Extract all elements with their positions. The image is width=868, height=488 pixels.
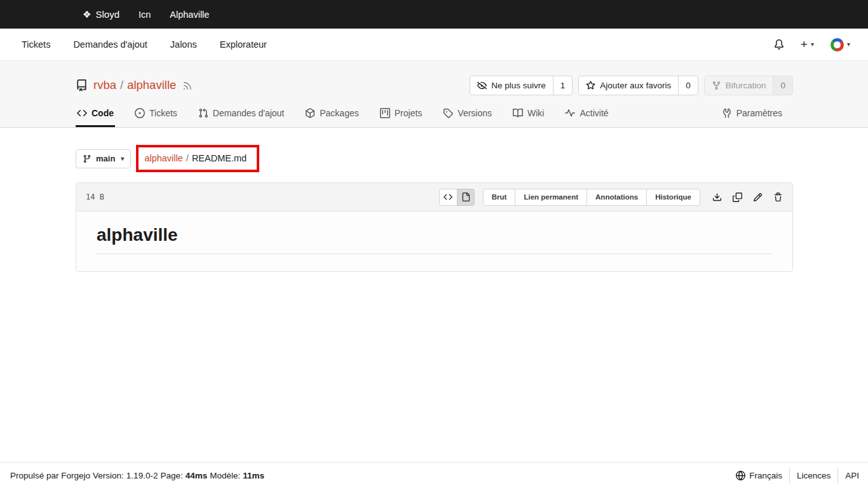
plus-icon: + — [801, 38, 808, 50]
file-controls: Brut Lien permanent Annotations Historiq… — [439, 189, 783, 206]
navbar-links: Tickets Demandes d'ajout Jalons Explorat… — [22, 39, 267, 50]
file-view-box: 14 B Brut Lien permanent Annotations His… — [76, 182, 793, 272]
view-mode-toggle — [439, 189, 475, 206]
source-view-button[interactable] — [439, 189, 457, 206]
tab-projects[interactable]: Projets — [379, 105, 424, 127]
navbar-link-pulls[interactable]: Demandes d'ajout — [73, 39, 147, 50]
chevron-down-icon: ▾ — [847, 41, 850, 48]
forks-count: 0 — [773, 76, 792, 95]
navbar-link-tickets[interactable]: Tickets — [22, 39, 50, 50]
tab-packages[interactable]: Packages — [304, 105, 360, 127]
tab-issues[interactable]: Tickets — [133, 105, 179, 127]
readme-content: alphaville — [76, 212, 792, 271]
language-label: Français — [749, 471, 782, 480]
unwatch-label: Ne plus suivre — [491, 81, 546, 90]
stars-count[interactable]: 0 — [678, 76, 698, 95]
raw-button[interactable]: Brut — [483, 189, 516, 206]
version-label: Version: — [93, 471, 124, 480]
avatar — [831, 38, 844, 51]
branch-breadcrumb-row: main ▾ alphaville / README.md — [76, 145, 793, 172]
footer: Propulsé par Forgejo Version: 1.19.0-2 P… — [0, 462, 868, 488]
book-icon — [513, 108, 523, 118]
file-action-buttons: Brut Lien permanent Annotations Historiq… — [483, 189, 700, 206]
tab-wiki[interactable]: Wiki — [512, 105, 545, 127]
navbar-link-explore[interactable]: Explorateur — [220, 39, 267, 50]
pull-request-icon — [198, 108, 208, 118]
tab-settings[interactable]: Paramètres — [721, 105, 783, 127]
repo-separator: / — [120, 78, 123, 92]
history-button[interactable]: Historique — [647, 189, 700, 206]
star-button[interactable]: Ajouter aux favoris 0 — [578, 76, 698, 95]
project-icon — [380, 108, 390, 118]
sloyd-logo-icon: ❖ — [83, 10, 91, 19]
repo-header-section: rvba / alphaville Ne plus suivre 1 — [0, 61, 868, 128]
page-time: 44ms — [186, 471, 208, 480]
delete-icon[interactable] — [773, 193, 783, 202]
package-icon — [305, 108, 315, 118]
page-label: Page: — [160, 471, 182, 480]
tab-activity[interactable]: Activité — [564, 105, 609, 127]
blame-button[interactable]: Annotations — [587, 189, 647, 206]
chevron-down-icon: ▾ — [811, 41, 814, 48]
tab-code[interactable]: Code — [76, 105, 115, 127]
repo-name-link[interactable]: alphaville — [127, 78, 176, 92]
language-selector[interactable]: Français — [736, 471, 782, 480]
fork-button[interactable]: Bifurcation 0 — [704, 76, 793, 95]
create-new-dropdown[interactable]: + ▾ — [801, 39, 814, 50]
copy-icon[interactable] — [733, 193, 742, 202]
licenses-link[interactable]: Licences — [797, 471, 831, 480]
pulse-icon — [565, 108, 575, 118]
code-icon — [77, 108, 87, 118]
download-icon[interactable] — [712, 193, 722, 202]
file-size: 14 B — [86, 193, 104, 201]
api-link[interactable]: API — [845, 471, 859, 480]
tools-icon — [722, 108, 732, 118]
repo-actions: Ne plus suivre 1 Ajouter aux favoris 0 — [470, 76, 793, 95]
watchers-count[interactable]: 1 — [553, 76, 573, 95]
breadcrumb-separator: / — [186, 153, 189, 163]
top-bar: ❖ Sloyd Icn Alphaville — [0, 0, 868, 29]
powered-by-text: Propulsé par Forgejo — [10, 471, 90, 480]
notifications-button[interactable] — [774, 39, 784, 50]
fork-label: Bifurcation — [726, 81, 766, 90]
issue-icon — [135, 108, 145, 118]
bell-icon — [774, 39, 784, 50]
tab-releases[interactable]: Versions — [442, 105, 493, 127]
code-icon — [444, 193, 452, 201]
topbar-link-alphaville[interactable]: Alphaville — [170, 10, 209, 20]
rss-icon[interactable] — [182, 81, 193, 91]
repo-title-row: rvba / alphaville Ne plus suivre 1 — [76, 73, 793, 97]
fork-icon — [712, 81, 721, 90]
breadcrumb-repo-link[interactable]: alphaville — [144, 153, 182, 163]
footer-info: Propulsé par Forgejo Version: 1.19.0-2 P… — [10, 471, 264, 480]
permalink-button[interactable]: Lien permanent — [515, 189, 587, 206]
star-label: Ajouter aux favoris — [600, 81, 671, 90]
main-navbar: Tickets Demandes d'ajout Jalons Explorat… — [0, 29, 868, 61]
topbar-link-icn[interactable]: Icn — [139, 10, 151, 20]
brand-link-sloyd[interactable]: ❖ Sloyd — [83, 9, 119, 20]
version-value: 1.19.0-2 — [126, 471, 158, 480]
branch-name: main — [96, 154, 115, 163]
edit-icon[interactable] — [753, 193, 763, 202]
footer-divider — [789, 468, 790, 484]
tab-pull-requests[interactable]: Demandes d'ajout — [197, 105, 285, 127]
template-label: Modèle: — [210, 471, 240, 480]
chevron-down-icon: ▾ — [121, 156, 124, 162]
rendered-view-button[interactable] — [457, 189, 475, 206]
star-icon — [586, 81, 595, 90]
brand-label: Sloyd — [95, 9, 119, 20]
globe-icon — [736, 471, 745, 480]
branch-selector-button[interactable]: main ▾ — [76, 149, 131, 168]
file-header-bar: 14 B Brut Lien permanent Annotations His… — [76, 183, 792, 212]
repo-owner-link[interactable]: rvba — [93, 78, 116, 92]
unwatch-button[interactable]: Ne plus suivre 1 — [470, 76, 573, 95]
navbar-link-milestones[interactable]: Jalons — [170, 39, 197, 50]
file-icon — [461, 193, 470, 201]
footer-divider — [837, 468, 838, 484]
footer-links: Français Licences API — [736, 468, 859, 484]
tag-icon — [443, 108, 453, 118]
eye-slash-icon — [477, 81, 487, 90]
file-icon-actions — [712, 193, 783, 202]
user-menu-dropdown[interactable]: ▾ — [831, 38, 850, 51]
readme-heading: alphaville — [97, 225, 772, 254]
